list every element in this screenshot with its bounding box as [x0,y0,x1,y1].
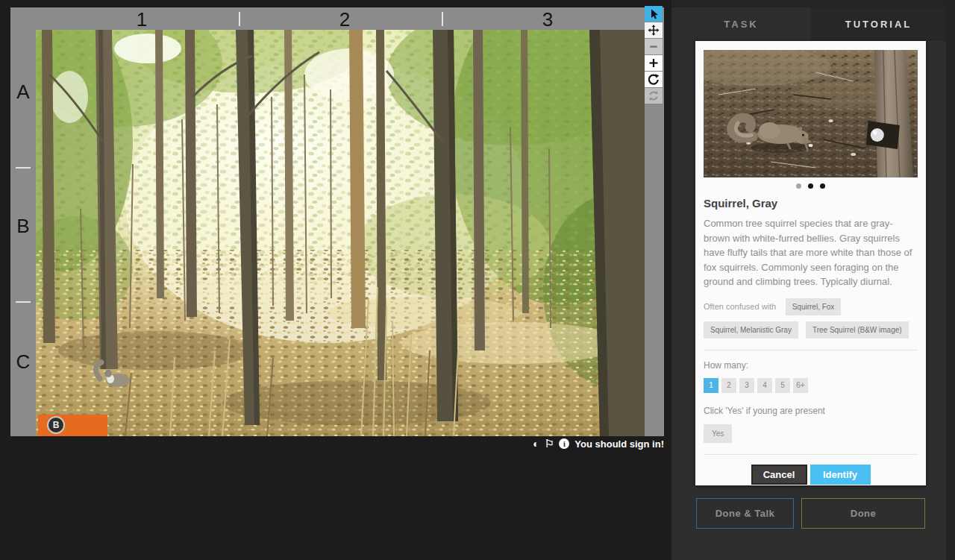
reset-button[interactable] [645,88,663,104]
zoom-out-button[interactable] [645,39,663,54]
carousel-dots [704,182,918,189]
contrast-icon[interactable]: ◐ [533,438,539,449]
row-label: A [10,81,36,104]
ruler-tick [16,301,31,303]
tab-tutorial[interactable]: TUTORIAL [811,7,946,41]
pan-tool-button[interactable] [645,22,663,38]
chip-squirrel-melanistic-gray[interactable]: Squirrel, Melanistic Gray [704,321,798,339]
chip-squirrel-fox[interactable]: Squirrel, Fox [786,298,842,315]
how-many-label: How many: [704,360,918,371]
column-label: 2 [322,8,367,31]
divider [704,454,918,455]
count-button-1[interactable]: 1 [704,378,718,393]
subject-image[interactable]: B [36,30,645,436]
move-icon [646,24,661,37]
zoom-in-button[interactable] [645,55,663,71]
info-icon[interactable]: i [559,438,569,449]
cursor-icon [646,7,661,20]
tab-tutorial-label: TUTORIAL [845,19,912,30]
ruler-tick [442,12,443,26]
carousel-dot[interactable] [796,183,801,189]
row-label: C [10,350,36,374]
chip-tree-squirrel-bw[interactable]: Tree Squirrel (B&W image) [806,321,909,339]
count-button-3[interactable]: 3 [739,378,754,393]
young-yes-button[interactable]: Yes [704,424,732,443]
count-button-4[interactable]: 4 [757,378,772,393]
column-label: 1 [119,8,164,31]
count-button-6plus[interactable]: 6+ [793,378,808,393]
identify-button[interactable]: Identify [810,465,871,485]
task-panel: TASK TUTORIAL [671,0,955,560]
tab-task[interactable]: TASK [671,7,811,41]
confused-label: Often confused with [704,302,776,311]
plus-icon [646,57,661,69]
count-options: 1 2 3 4 5 6+ [704,378,918,393]
divider [704,350,918,350]
young-present-label: Click 'Yes' if young are present [704,406,918,416]
done-and-talk-button[interactable]: Done & Talk [696,498,794,529]
confused-row: Often confused with Squirrel, Fox Squirr… [704,298,918,339]
carousel-dot[interactable] [820,183,825,189]
species-description: Common tree squirrel species that are gr… [704,216,918,289]
trail-camera-photo: B [36,30,645,436]
carousel-dot[interactable] [808,183,813,189]
tabs-strip: TASK TUTORIAL [671,0,946,41]
row-label: B [10,215,36,238]
cancel-button[interactable]: Cancel [751,465,807,485]
refresh-icon [646,89,661,102]
minus-icon [646,40,661,53]
rotate-icon [646,73,661,86]
column-ruler: 1 2 3 [10,7,664,30]
ruler-tick [239,12,240,26]
count-button-2[interactable]: 2 [721,378,736,393]
ruler-tick [16,167,31,169]
squirrel-thumbnail-photo [704,50,918,177]
rotate-button[interactable] [645,72,663,87]
watermark-letter: B [53,420,60,430]
row-ruler: A B C [10,30,36,436]
flag-icon[interactable]: ⚐ [545,438,554,449]
species-name: Squirrel, Gray [704,197,918,210]
count-button-5[interactable]: 5 [775,378,790,393]
select-tool-button[interactable] [645,6,663,22]
viewer-toolbar [645,6,663,104]
camera-brand-watermark: B [38,415,107,436]
annotation-app: 1 2 3 A B C [0,0,955,560]
species-card: Squirrel, Gray Common tree squirrel spec… [695,41,926,485]
card-actions: Cancel Identify [704,465,918,485]
species-photo [704,50,918,177]
panel-gutter [946,0,955,560]
tab-task-label: TASK [724,19,758,30]
viewer-status-bar: ◐ ⚐ i You should sign in! [10,437,664,450]
done-button[interactable]: Done [801,498,925,529]
column-label: 3 [525,8,570,31]
sign-in-message: You should sign in! [574,438,664,450]
